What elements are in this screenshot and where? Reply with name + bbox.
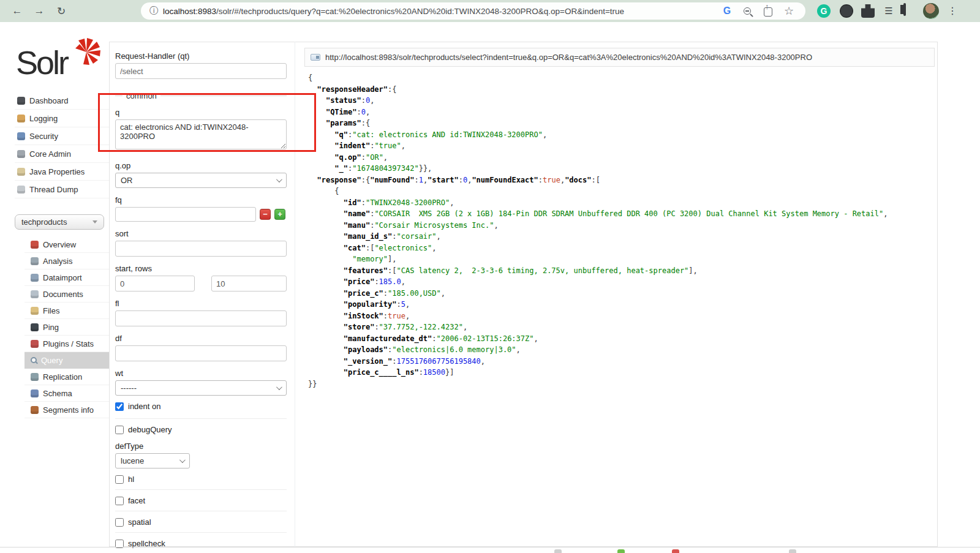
- url-text[interactable]: localhost:8983/solr/#/techproducts/query…: [163, 7, 624, 16]
- sidebar-item-label: Plugins / Stats: [43, 339, 94, 348]
- footer-status-icon: [554, 549, 562, 553]
- remove-fq-button[interactable]: −: [260, 209, 271, 220]
- sidebar-item-java-properties[interactable]: Java Properties: [15, 163, 109, 181]
- magnifier-minus-icon: [744, 7, 751, 15]
- sidebar-item-query[interactable]: Query: [24, 352, 109, 369]
- sidebar-item-label: Ping: [43, 323, 59, 332]
- qop-selected-value: OR: [121, 176, 133, 185]
- zoom-out-icon[interactable]: [739, 2, 755, 20]
- hl-label: hl: [128, 475, 134, 484]
- spellcheck-checkbox-row[interactable]: spellcheck: [115, 539, 287, 553]
- df-input[interactable]: [115, 345, 287, 361]
- solr-logo-text: Solr: [16, 44, 67, 81]
- extensions-puzzle-icon[interactable]: [861, 4, 875, 18]
- analysis-icon: [31, 257, 39, 265]
- sidebar-item-ping[interactable]: Ping: [24, 319, 109, 336]
- chevron-down-icon: [92, 220, 97, 224]
- fq-label: fq: [115, 195, 287, 205]
- form-separator: [115, 418, 287, 419]
- sidebar-item-logging[interactable]: Logging: [15, 110, 109, 127]
- sidebar-item-replication[interactable]: Replication: [24, 369, 109, 385]
- sidebar-item-label: Logging: [29, 114, 58, 123]
- sidebar-item-dataimport[interactable]: Dataimport: [24, 269, 109, 286]
- sidebar-item-documents[interactable]: Documents: [24, 286, 109, 303]
- common-section-label: common: [126, 91, 157, 100]
- indent-checkbox[interactable]: [115, 402, 124, 411]
- profile-avatar[interactable]: [923, 3, 939, 19]
- query-form: Request-Handler (qt) common q cat: elect…: [115, 47, 287, 553]
- sidebar-item-schema[interactable]: Schema: [24, 385, 109, 402]
- documents-icon: [31, 290, 39, 298]
- site-info-icon[interactable]: ⓘ: [149, 6, 158, 17]
- address-bar[interactable]: ⓘ localhost:8983/solr/#/techproducts/que…: [141, 2, 805, 20]
- deftype-label: defType: [115, 442, 287, 451]
- sort-label: sort: [115, 229, 287, 238]
- bookmark-star-icon[interactable]: ☆: [781, 2, 797, 20]
- solr-logo[interactable]: Solr: [16, 40, 108, 85]
- reload-icon[interactable]: ↻: [53, 0, 70, 22]
- footer-status-icon: [672, 549, 679, 553]
- deftype-selected-value: lucene: [121, 456, 144, 465]
- response-request-link[interactable]: http://localhost:8983/solr/techproducts/…: [325, 53, 812, 62]
- response-url-bar: http://localhost:8983/solr/techproducts/…: [304, 48, 935, 67]
- facet-checkbox[interactable]: [115, 497, 124, 505]
- spatial-checkbox-row[interactable]: spatial: [115, 517, 287, 533]
- sidebar-item-thread-dump[interactable]: Thread Dump: [15, 181, 109, 198]
- indent-label: indent on: [128, 402, 161, 411]
- df-label: df: [115, 334, 287, 343]
- sidebar-item-label: Java Properties: [29, 167, 85, 176]
- logging-icon: [17, 115, 25, 122]
- common-section-header[interactable]: common: [115, 91, 287, 100]
- share-icon[interactable]: [760, 2, 776, 20]
- browser-menu-icon[interactable]: ⋮: [946, 4, 959, 18]
- sort-input[interactable]: [115, 241, 287, 257]
- spatial-label: spatial: [128, 517, 151, 527]
- sidebar-item-plugins-stats[interactable]: Plugins / Stats: [24, 336, 109, 352]
- fl-input[interactable]: [115, 310, 287, 326]
- core-selector[interactable]: techproducts: [15, 214, 104, 230]
- sidebar-item-files[interactable]: Files: [24, 303, 109, 319]
- sidebar-item-label: Documents: [43, 290, 83, 299]
- wt-select[interactable]: ------: [115, 380, 287, 396]
- add-fq-button[interactable]: +: [274, 209, 285, 220]
- java-properties-icon: [17, 168, 25, 176]
- q-textarea[interactable]: cat: electronics AND id:TWINX2048-3200PR…: [115, 119, 287, 149]
- sidebar-item-overview[interactable]: Overview: [24, 236, 109, 253]
- dataimport-icon: [31, 274, 39, 282]
- debugquery-checkbox-row[interactable]: debugQuery: [115, 425, 287, 434]
- spatial-checkbox[interactable]: [115, 518, 124, 527]
- rows-input[interactable]: [211, 276, 287, 292]
- sidebar-app-nav: DashboardLoggingSecurityCore AdminJava P…: [15, 92, 109, 198]
- forward-icon[interactable]: →: [31, 0, 48, 22]
- browser-toolbar: ← → ↻ ⓘ localhost:8983/solr/#/techproduc…: [0, 0, 980, 22]
- files-icon: [31, 307, 39, 315]
- qop-select[interactable]: OR: [115, 173, 287, 188]
- security-icon: [17, 132, 25, 140]
- reading-list-icon[interactable]: ☰: [882, 4, 895, 18]
- hl-checkbox-row[interactable]: hl: [115, 475, 287, 490]
- sidebar-item-core-admin[interactable]: Core Admin: [15, 145, 109, 163]
- sidebar-item-segments-info[interactable]: Segments info: [24, 402, 109, 418]
- back-icon[interactable]: ←: [9, 0, 26, 22]
- sidebar-item-label: Query: [41, 356, 62, 365]
- qop-label: q.op: [115, 161, 287, 170]
- sidebar-core-nav: OverviewAnalysisDataimportDocumentsFiles…: [24, 236, 109, 418]
- extension-gear-icon[interactable]: [840, 4, 853, 18]
- sidebar-item-analysis[interactable]: Analysis: [24, 253, 109, 269]
- grammarly-extension-icon[interactable]: G: [817, 4, 831, 18]
- fq-input[interactable]: [115, 207, 256, 222]
- sidebar-item-security[interactable]: Security: [15, 127, 109, 145]
- hl-checkbox[interactable]: [115, 475, 124, 484]
- sidebar-item-dashboard[interactable]: Dashboard: [15, 92, 109, 110]
- start-input[interactable]: [115, 276, 195, 292]
- indent-checkbox-row[interactable]: indent on: [115, 402, 287, 411]
- sidebar-item-label: Dataimport: [43, 273, 82, 282]
- google-icon[interactable]: G: [719, 2, 735, 20]
- fl-label: fl: [115, 299, 287, 308]
- facet-checkbox-row[interactable]: facet: [115, 496, 287, 511]
- deftype-select[interactable]: lucene: [115, 453, 190, 468]
- debugquery-checkbox[interactable]: [115, 426, 124, 434]
- request-handler-label: Request-Handler (qt): [115, 51, 287, 61]
- side-panel-icon[interactable]: [903, 3, 906, 16]
- request-handler-input[interactable]: [115, 63, 287, 79]
